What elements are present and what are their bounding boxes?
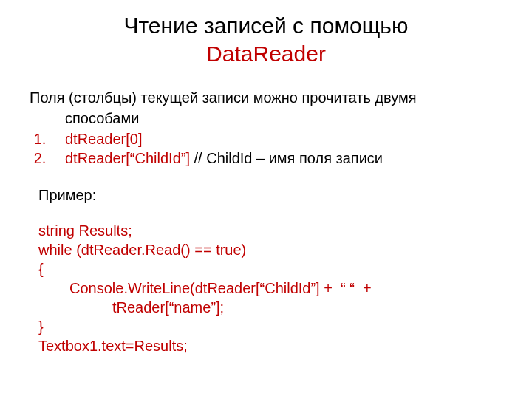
code-line-3: { bbox=[38, 259, 502, 279]
way-item-1-code: dtReader[0] bbox=[65, 131, 143, 147]
code-line-5: tReader[“name”]; bbox=[38, 298, 502, 317]
slide: Чтение записей с помощью DataReader Поля… bbox=[0, 0, 532, 370]
title-line1: Чтение записей с помощью bbox=[123, 13, 408, 38]
code-line-1: string Results; bbox=[38, 221, 502, 240]
code-block: string Results; while (dtReader.Read() =… bbox=[30, 221, 502, 355]
slide-body: Поля (столбцы) текущей записи можно проч… bbox=[30, 88, 502, 355]
way-item-2: dtReader[“ChildId”] // ChildId – имя пол… bbox=[50, 149, 502, 168]
ways-list: dtReader[0] dtReader[“ChildId”] // Child… bbox=[30, 129, 502, 168]
code-line-7: Textbox1.text=Results; bbox=[38, 336, 502, 355]
example-label: Пример: bbox=[30, 185, 502, 205]
intro-line1: Поля (столбцы) текущей записи можно проч… bbox=[30, 88, 502, 107]
way-item-2-code: dtReader[“ChildId”] bbox=[65, 150, 194, 166]
intro-line2: способами bbox=[30, 109, 502, 128]
title-line2: DataReader bbox=[206, 41, 326, 66]
way-item-2-comment: // ChildId – имя поля записи bbox=[194, 150, 383, 166]
slide-title: Чтение записей с помощью DataReader bbox=[30, 12, 502, 67]
code-line-4: Console.WriteLine(dtReader[“ChildId”] + … bbox=[38, 279, 502, 298]
way-item-1: dtReader[0] bbox=[50, 129, 502, 149]
code-line-2: while (dtReader.Read() == true) bbox=[38, 240, 502, 259]
code-line-6: } bbox=[38, 317, 502, 336]
